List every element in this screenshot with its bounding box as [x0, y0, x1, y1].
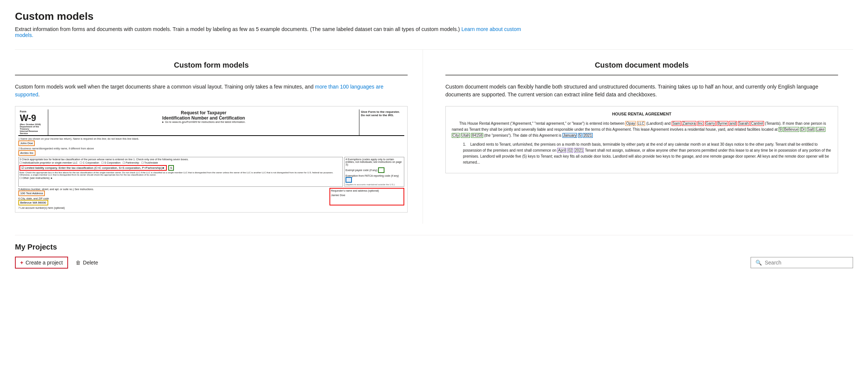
page-description: Extract information from forms and docum… — [15, 26, 539, 38]
search-input[interactable] — [765, 260, 847, 266]
tenant1-highlighted: Sam — [672, 121, 681, 126]
w9-requester-col: Requester's name and address (optional) … — [329, 188, 404, 205]
w9-form-name: W-9 — [20, 113, 46, 123]
addr-street1-highlighted: Bellevue — [783, 127, 799, 132]
custom-form-models-description: Custom form models work well when the ta… — [15, 83, 408, 99]
w9-field3-label: 3 Check appropriate box for federal tax … — [19, 158, 342, 161]
tenant4-highlighted: Garry — [705, 121, 716, 126]
w9-check-c-corp: ☐ C Corporation — [80, 161, 99, 164]
w9-form-preview: Form W-9 (Rev. October 2018) Department … — [15, 106, 408, 213]
para2-num: 1. — [463, 142, 470, 146]
w9-check-partnership: ☐ Partnership — [123, 161, 139, 164]
start-day-highlighted: 02 — [567, 148, 573, 153]
w9-field1-label: 1 Name (as shown on your income tax retu… — [18, 137, 404, 140]
w9-checkboxes: ☐ Individual/sole proprietor or single-m… — [19, 161, 342, 164]
w9-field1-value: John Doe — [18, 140, 404, 146]
w9-checkbox-row: 3 Check appropriate box for federal tax … — [18, 157, 404, 187]
delete-label: Delete — [83, 260, 98, 266]
landlord1-highlighted: Opay — [625, 121, 636, 126]
w9-applies-note: (Applies to accounts maintained outside … — [346, 183, 403, 186]
w9-address-value: 100 Test Address — [18, 191, 329, 196]
w9-header: Form W-9 (Rev. October 2018) Department … — [18, 109, 404, 136]
w9-other: ☐ Other (see instructions) ► — [19, 177, 342, 180]
addr-state-highlighted: Utah — [461, 133, 470, 138]
w9-exemptions-section: 4 Exemptions (codes apply only to certai… — [344, 157, 404, 187]
tenant8-highlighted: Cantrel — [750, 121, 764, 126]
description-text: Extract information from forms and docum… — [15, 26, 460, 32]
w9-name-highlighted: John Doe — [18, 140, 35, 146]
tenant3-highlighted: Inc — [697, 121, 704, 126]
w9-title: Request for TaxpayerIdentification Numbe… — [50, 110, 358, 121]
w9-llc-row: ☑ Limited liability company. Enter the t… — [19, 165, 342, 171]
w9-check-s-corp: ☐ S Corporation — [101, 161, 120, 164]
addr-zip-highlighted: 84158 — [471, 133, 483, 138]
date-year-highlighted: 2021 — [583, 133, 592, 138]
w9-address-highlighted: 100 Test Address — [18, 191, 45, 196]
custom-document-models-title: Custom document models — [445, 61, 838, 75]
custom-form-models-column: Custom form models Custom form models wo… — [15, 50, 423, 224]
w9-city-highlighted: Bellevue WA 98000 — [18, 200, 48, 205]
w9-address-col: 5 Address (number, street, and apt. or s… — [18, 188, 329, 205]
create-project-label: Create a project — [25, 260, 63, 266]
w9-department: Department of the Treasury — [20, 126, 46, 130]
models-section: Custom form models Custom form models wo… — [15, 49, 853, 224]
start-year-highlighted: 2021 — [574, 148, 584, 153]
w9-exempt-payee: Exempt payee code (if any) — [346, 167, 403, 173]
rental-paragraph2: 1. Landlord rents to Tenant, unfurnished… — [463, 142, 832, 165]
w9-give-form: Give Form to the requester. Do not send … — [361, 110, 400, 117]
w9-requester-label: Requester's name and address (optional) — [330, 189, 404, 193]
projects-title: My Projects — [15, 243, 853, 251]
landlord2-highlighted: LLC — [637, 121, 645, 126]
addr-city2-highlighted: Lake — [816, 127, 825, 132]
w9-fatca-value — [346, 177, 352, 183]
landlord-text: (Landlord) and — [645, 121, 672, 126]
custom-document-models-column: Custom document models Custom document m… — [423, 50, 853, 224]
w9-city-label: 6 City, state, and ZIP code — [18, 197, 329, 200]
w9-llc-type: S — [168, 165, 174, 171]
w9-right-section: Give Form to the requester. Do not send … — [359, 109, 404, 135]
projects-toolbar: + Create a project 🗑 Delete 🔍 — [15, 257, 853, 269]
toolbar-left: + Create a project 🗑 Delete — [15, 257, 99, 269]
custom-document-models-description: Custom document models can flexibly hand… — [445, 83, 838, 99]
delete-button[interactable]: 🗑 Delete — [74, 257, 99, 268]
start-month-highlighted: April — [557, 148, 566, 153]
w9-irs: Internal Revenue Service — [20, 130, 46, 134]
addr-num-highlighted: 9 — [779, 127, 782, 132]
para1-intro: This House Rental Agreement ("Agreement,… — [459, 121, 625, 126]
form-desc-part2: . — [38, 92, 40, 97]
w9-address-row: 5 Address (number, street, and apt. or s… — [18, 188, 404, 205]
form-desc-part1: Custom form models work well when the ta… — [15, 84, 315, 90]
rental-agreement-preview: HOUSE RENTAL AGREEMENT This House Rental… — [445, 106, 838, 173]
rental-paragraph1: This House Rental Agreement ("Agreement,… — [452, 121, 832, 139]
page-title: Custom models — [15, 10, 853, 22]
trash-icon: 🗑 — [76, 260, 81, 266]
plus-icon: + — [20, 260, 23, 266]
w9-fatca-label: Exemption from FATCA reporting code (if … — [346, 174, 403, 183]
w9-instruction: ► Go to www.irs.gov/FormW9 for instructi… — [50, 121, 358, 123]
w9-field2-value: Arctex Inc — [18, 150, 404, 156]
w9-form-number: Form W-9 (Rev. October 2018) Department … — [18, 109, 48, 135]
w9-requester-value: Jamie Doe — [330, 193, 404, 198]
date-day-highlighted: 5 — [578, 133, 582, 138]
tenant5-highlighted: Byrne — [717, 121, 728, 126]
w9-address-label: 5 Address (number, street, and apt. or s… — [18, 188, 329, 191]
premises-text: (the "premises"). The date of this Agree… — [483, 133, 562, 137]
page-container: Custom models Extract information from f… — [0, 0, 868, 269]
w9-exempt-payee-value — [378, 167, 384, 173]
search-icon: 🔍 — [755, 260, 762, 266]
search-box[interactable]: 🔍 — [751, 257, 853, 268]
w9-account-label: 7 List account number(s) here (optional) — [18, 207, 404, 209]
tenant2-highlighted: Zamora — [682, 121, 696, 126]
w9-field3-section: 3 Check appropriate box for federal tax … — [18, 157, 343, 187]
addr-street2-highlighted: Dr — [800, 127, 806, 132]
w9-llc-check: ☑ Limited liability company. Enter the t… — [19, 165, 167, 171]
w9-city-value: Bellevue WA 98000 — [18, 200, 329, 205]
tenant6-highlighted: and — [729, 121, 737, 126]
w9-business-name-highlighted: Arctex Inc — [18, 150, 36, 156]
w9-exemptions-label: 4 Exemptions (codes apply only to certai… — [346, 158, 403, 166]
w9-form-label: Form — [20, 110, 46, 113]
create-project-button[interactable]: + Create a project — [15, 257, 68, 269]
w9-check-individual: ☐ Individual/sole proprietor or single-m… — [19, 161, 77, 164]
tenant7-highlighted: Sarah — [738, 121, 749, 126]
w9-check-trust: ☐ Trust/estate — [141, 161, 158, 164]
